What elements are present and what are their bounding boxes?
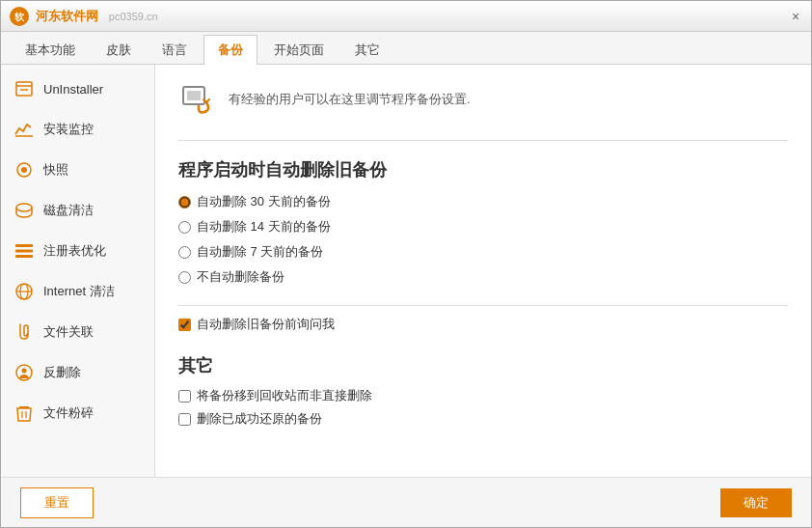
- monitor-icon: [13, 118, 36, 141]
- svg-point-8: [16, 204, 32, 211]
- radio-14days-label: 自动删除 14 天前的备份: [197, 218, 331, 236]
- sidebar-item-registry[interactable]: 注册表优化: [1, 231, 154, 271]
- tab-language[interactable]: 语言: [148, 35, 202, 65]
- registry-icon: [13, 239, 36, 263]
- checkbox-delete-restored-label: 删除已成功还原的备份: [197, 410, 322, 428]
- sidebar-label-shred: 文件粉碎: [43, 404, 94, 422]
- confirm-button[interactable]: 确定: [720, 488, 792, 517]
- radio-group: 自动删除 30 天前的备份 自动删除 14 天前的备份 自动删除 7 天前的备份…: [178, 193, 788, 286]
- tab-skin[interactable]: 皮肤: [92, 35, 146, 65]
- main-panel: 有经验的用户可以在这里调节程序备份设置. 程序启动时自动删除旧备份 自动删除 3…: [155, 65, 811, 477]
- main-window: 软 河东软件网 pc0359.cn × 基本功能 皮肤 语言 备份 开始页面 其…: [0, 0, 812, 528]
- radio-7days-input[interactable]: [178, 246, 191, 259]
- svg-point-16: [22, 369, 27, 374]
- sidebar-item-snapshot[interactable]: 快照: [1, 150, 154, 190]
- sidebar-item-uninstaller[interactable]: UnInstaller: [1, 69, 154, 109]
- sidebar: UnInstaller 安装监控 快照: [1, 65, 155, 477]
- app-title: 河东软件网 pc0359.cn: [36, 8, 158, 25]
- fileassoc-icon: [13, 320, 36, 344]
- sidebar-label-disk: 磁盘清洁: [43, 202, 94, 219]
- sidebar-item-shred[interactable]: 文件粉碎: [1, 393, 154, 433]
- checkbox-move-recycle-label: 将备份移到回收站而非直接删除: [197, 387, 372, 404]
- tab-backup[interactable]: 备份: [203, 35, 257, 65]
- backup-icon: [178, 80, 217, 119]
- svg-text:软: 软: [14, 12, 25, 22]
- footer: 重置 确定: [1, 477, 811, 527]
- shred-icon: [13, 402, 36, 425]
- section1-title: 程序启动时自动删除旧备份: [178, 158, 788, 181]
- sidebar-label-undelete: 反删除: [43, 364, 81, 381]
- divider-top: [178, 140, 788, 141]
- checkbox-delete-restored[interactable]: 删除已成功还原的备份: [178, 410, 788, 428]
- checkbox-move-recycle[interactable]: 将备份移到回收站而非直接删除: [178, 387, 788, 404]
- radio-30days-label: 自动删除 30 天前的备份: [197, 193, 331, 210]
- checkbox-move-recycle-input[interactable]: [178, 390, 191, 403]
- divider-middle: [178, 305, 788, 306]
- radio-30days[interactable]: 自动删除 30 天前的备份: [178, 193, 788, 210]
- sidebar-item-disk[interactable]: 磁盘清洁: [1, 190, 154, 231]
- sidebar-item-undelete[interactable]: 反删除: [1, 352, 154, 393]
- uninstaller-icon: [13, 77, 36, 100]
- radio-30days-input[interactable]: [178, 196, 191, 208]
- titlebar: 软 河东软件网 pc0359.cn ×: [1, 1, 811, 32]
- sidebar-label-uninstaller: UnInstaller: [43, 82, 103, 97]
- sidebar-label-snapshot: 快照: [43, 161, 68, 179]
- sidebar-label-registry: 注册表优化: [43, 242, 106, 260]
- checkbox-ask-before-label: 自动删除旧备份前询问我: [197, 316, 335, 333]
- app-logo: 软: [9, 6, 30, 27]
- svg-rect-10: [15, 250, 33, 253]
- svg-rect-9: [15, 244, 33, 247]
- tab-other[interactable]: 其它: [340, 35, 394, 65]
- radio-14days[interactable]: 自动删除 14 天前的备份: [178, 218, 788, 236]
- close-button[interactable]: ×: [788, 9, 803, 24]
- section2-title: 其它: [178, 354, 788, 377]
- disk-icon: [13, 199, 36, 222]
- subtitle-text: pc0359.cn: [109, 11, 158, 22]
- radio-7days[interactable]: 自动删除 7 天前的备份: [178, 243, 788, 261]
- panel-header: 有经验的用户可以在这里调节程序备份设置.: [178, 80, 788, 119]
- radio-never-input[interactable]: [178, 271, 191, 284]
- content-area: UnInstaller 安装监控 快照: [1, 65, 811, 477]
- checkbox-delete-restored-input[interactable]: [178, 413, 191, 426]
- sidebar-label-fileassoc: 文件关联: [43, 323, 94, 341]
- svg-rect-11: [15, 255, 33, 258]
- radio-7days-label: 自动删除 7 天前的备份: [197, 243, 323, 261]
- svg-rect-2: [16, 82, 32, 96]
- reset-button[interactable]: 重置: [20, 487, 94, 518]
- radio-never-label: 不自动删除备份: [197, 268, 284, 286]
- panel-header-desc: 有经验的用户可以在这里调节程序备份设置.: [229, 91, 471, 108]
- sidebar-label-monitor: 安装监控: [43, 121, 94, 138]
- undelete-icon: [13, 361, 36, 384]
- title-text: 河东软件网: [36, 9, 98, 23]
- internet-icon: [13, 280, 36, 303]
- tab-basic[interactable]: 基本功能: [11, 35, 90, 65]
- checkbox-ask-before-input[interactable]: [178, 319, 191, 331]
- radio-never[interactable]: 不自动删除备份: [178, 268, 788, 286]
- tab-startup[interactable]: 开始页面: [259, 35, 338, 65]
- radio-14days-input[interactable]: [178, 221, 191, 234]
- sidebar-item-fileassoc[interactable]: 文件关联: [1, 312, 154, 352]
- checkbox-ask-before[interactable]: 自动删除旧备份前询问我: [178, 316, 788, 333]
- tab-bar: 基本功能 皮肤 语言 备份 开始页面 其它: [1, 32, 811, 65]
- svg-rect-20: [187, 91, 201, 100]
- svg-point-7: [21, 167, 27, 173]
- sidebar-item-internet[interactable]: Internet 清洁: [1, 271, 154, 312]
- sidebar-item-monitor[interactable]: 安装监控: [1, 109, 154, 150]
- snapshot-icon: [13, 158, 36, 181]
- sidebar-label-internet: Internet 清洁: [43, 283, 115, 300]
